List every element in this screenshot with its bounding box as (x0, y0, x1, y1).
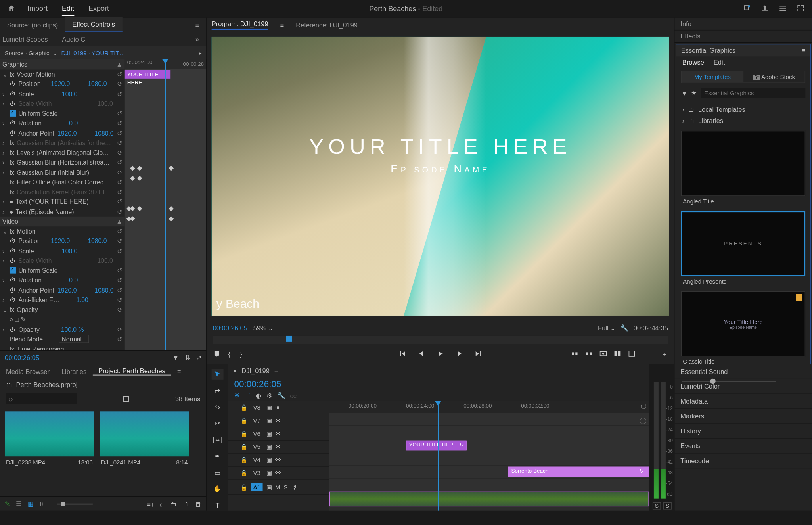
reference-tab[interactable]: Reference: DJI_0199 (296, 21, 358, 29)
fx-antiflicker[interactable]: Anti-flicker F… (18, 296, 59, 303)
eg-filter-icon[interactable]: ▼ (681, 90, 688, 97)
share-icon[interactable] (761, 4, 769, 13)
button-editor-icon[interactable]: ＋ (661, 350, 668, 358)
tl-wrench-icon[interactable]: 🔧 (277, 392, 285, 399)
fx-opacity[interactable]: Opacity (17, 306, 38, 313)
add-marker-icon[interactable] (213, 349, 221, 359)
tool-selection[interactable] (212, 369, 224, 379)
mark-out-icon[interactable]: } (240, 351, 243, 358)
proj-auto-sequence-icon[interactable]: ≡↓ (147, 500, 154, 507)
track-a1[interactable]: A1 (251, 483, 263, 491)
fx-anchor[interactable]: Anchor Point (18, 129, 54, 136)
home-icon[interactable] (7, 4, 15, 13)
timeline-clip-title[interactable]: YOUR TITLE HEREfx (406, 441, 467, 450)
tl-link-icon[interactable]: ⌒ (244, 391, 251, 400)
export-frame-icon[interactable] (599, 349, 607, 359)
comparison-icon[interactable] (613, 349, 622, 359)
eg-tab-edit[interactable]: Edit (714, 59, 725, 66)
track-v6[interactable]: V6 (251, 430, 263, 437)
panel-markers[interactable]: Markers (674, 409, 812, 423)
eg-template-angled-title[interactable]: Angled Title (681, 131, 805, 206)
step-forward-icon[interactable] (455, 349, 463, 359)
tool-type[interactable]: T (212, 500, 224, 510)
tool-pen[interactable]: ✒ (212, 451, 224, 461)
top-tab-import[interactable]: Import (27, 2, 48, 16)
project-search-input[interactable] (6, 393, 77, 404)
panel-timecode[interactable]: Timecode (674, 454, 812, 468)
proj-write-icon[interactable]: ✎ (5, 500, 10, 508)
fx-scale[interactable]: Scale (18, 90, 34, 97)
project-filter-bin-icon[interactable]: 🞏 (123, 395, 129, 402)
panel-tab-source[interactable]: Source: (no clips) (0, 18, 65, 32)
proj-tab-media-browser[interactable]: Media Browser (0, 368, 56, 375)
timeline-clip-sorrento[interactable]: Sorrento Beachfx (508, 467, 649, 477)
eg-template-classic-title[interactable]: T Your Title Here Episode Name Classic T… (681, 291, 805, 367)
mark-in-icon[interactable]: { (228, 351, 231, 358)
proj-zoom-slider[interactable] (57, 503, 93, 504)
program-zoom-dropdown[interactable]: 59% ⌄ (253, 324, 274, 332)
fx-gblur-initial[interactable]: Gaussian Blur (Initial Blur) (17, 169, 89, 176)
tl-snap-icon[interactable]: ※ (234, 392, 239, 399)
extract-icon[interactable] (585, 349, 593, 359)
proj-tab-project[interactable]: Project: Perth Beaches (92, 367, 171, 376)
proj-tab-menu-icon[interactable]: ≡ (171, 368, 187, 375)
play-icon[interactable] (436, 349, 444, 359)
fx-footer-timecode[interactable]: 00:00:26:05 (5, 354, 39, 361)
quick-export-icon[interactable] (743, 4, 751, 13)
timeline-playhead[interactable] (438, 401, 439, 511)
fx-clip-bar[interactable]: YOUR TITLE HERE (125, 70, 170, 79)
proj-find-icon[interactable]: ⌕ (160, 500, 164, 507)
tl-marker-icon[interactable]: ◐ (256, 392, 262, 399)
tool-ripple[interactable]: ⇆ (212, 402, 224, 412)
step-back-icon[interactable] (417, 349, 425, 359)
panel-tab-lumetri[interactable]: Lumetri Scopes (0, 32, 55, 46)
top-tab-edit[interactable]: Edit (62, 2, 74, 16)
fx-vector-motion[interactable]: Vector Motion (17, 71, 55, 78)
uniform-scale-checkbox-2[interactable] (10, 267, 16, 273)
track-v4[interactable]: V4 (251, 456, 263, 463)
panel-tab-audio[interactable]: Audio Cl (55, 32, 94, 46)
eg-tree-local[interactable]: ›🗀Local Templates＋ (682, 103, 804, 115)
top-tab-export[interactable]: Export (88, 2, 109, 16)
tl-settings-icon[interactable]: ⚙ (266, 392, 272, 399)
safe-margins-icon[interactable] (628, 349, 636, 359)
program-fit-dropdown[interactable]: Full ⌄ (598, 324, 616, 332)
fx-blend-mode[interactable]: Blend Mode (10, 335, 43, 343)
go-to-out-icon[interactable] (474, 349, 483, 359)
program-monitor-preview[interactable]: YOUR TITLE HERE Episode Name y Beach (212, 37, 669, 316)
fx-levels[interactable]: Levels (Animated Diagonal Glo… (17, 149, 109, 156)
proj-delete-icon[interactable]: 🗑 (195, 500, 201, 507)
fx-head-play-icon[interactable]: ▸ (199, 50, 201, 56)
program-scrubber[interactable] (213, 336, 668, 344)
eg-template-angled-presents[interactable]: PRESENTS Angled Presents (681, 211, 805, 286)
fx-filter-offline[interactable]: Filter Offline (Fast Color Correc… (17, 178, 109, 186)
panel-menu-icon[interactable]: ≡ (188, 18, 207, 32)
fullscreen-icon[interactable] (797, 4, 805, 13)
panel-effects[interactable]: Effects (674, 30, 812, 42)
eg-tree-libraries[interactable]: ›🗀Libraries (682, 115, 804, 126)
solo-right[interactable]: S (663, 502, 672, 510)
panel-tab-effect-controls[interactable]: Effect Controls (65, 17, 122, 33)
fx-export-icon[interactable]: ↗ (196, 354, 201, 361)
timeline-ruler[interactable]: 00:00:20:00 00:00:24:00 00:00:28:00 00:0… (329, 401, 649, 413)
fx-section-video[interactable]: Video (2, 218, 18, 225)
eg-menu-icon[interactable]: ≡ (802, 47, 806, 54)
timeline-clip-audio[interactable] (329, 492, 649, 506)
project-clip-1[interactable]: DJI_0241.MP48:14 (100, 411, 189, 491)
track-v3[interactable]: V3 (251, 469, 263, 476)
solo-left[interactable]: S (653, 502, 661, 510)
workspace-icon[interactable] (779, 4, 787, 13)
panel-overflow-icon[interactable]: » (188, 32, 206, 46)
go-to-in-icon[interactable] (398, 349, 406, 359)
fx-time-remap[interactable]: Time Remapping (17, 345, 64, 350)
tl-captions-icon[interactable]: cc (290, 392, 297, 399)
eg-search-input[interactable] (701, 88, 805, 98)
proj-new-bin-icon[interactable]: 🗀 (170, 500, 176, 507)
chevron-down-icon[interactable]: ⌄ (53, 50, 57, 56)
fx-keyframe-area[interactable]: 0:00:24:00 00:00:28 YOUR TITLE HERE (125, 59, 206, 350)
fx-sort-icon[interactable]: ⇅ (185, 354, 190, 361)
panel-history[interactable]: History (674, 424, 812, 439)
fx-rotation[interactable]: Rotation (18, 120, 42, 127)
fx-crumb-clip[interactable]: DJI_0199 · YOUR TIT… (61, 50, 125, 56)
fx-gblur-horiz[interactable]: Gaussian Blur (Horizontal strea… (17, 159, 109, 166)
